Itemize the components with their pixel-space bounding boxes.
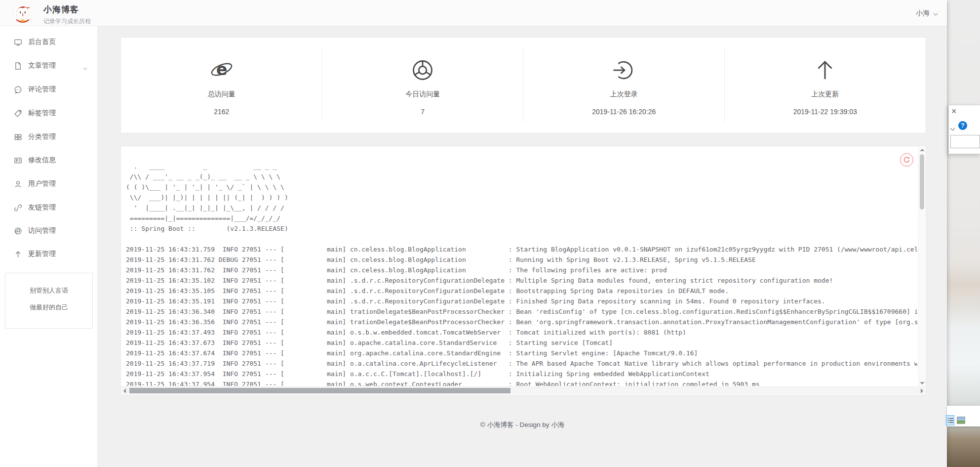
avatar	[13, 4, 32, 23]
log-lines: 2019-11-25 16:43:31.759 INFO 27051 --- […	[126, 244, 917, 386]
horizontal-scrollbar[interactable]	[121, 386, 925, 394]
stats-panel: e 总访问量 2162 今日访问量 7	[120, 37, 926, 133]
stat-value: 2019-11-22 19:39:03	[725, 108, 926, 116]
sidebar-item-articles[interactable]: 文章管理	[0, 54, 97, 78]
sidebar-item-label: 后台首页	[28, 38, 56, 46]
log-content: . ____ _ __ _ _ /\\ / ___'_ __ _ _(_)_ _…	[126, 161, 917, 386]
stat-card-last-update: 上次更新 2019-11-22 19:39:03	[725, 38, 926, 133]
sidebar-item-links[interactable]: 友链管理	[0, 196, 97, 219]
stat-card-total-visits: e 总访问量 2162	[121, 38, 322, 133]
browser-page: 小海博客 记录学习成长历程 小海 后台首页	[0, 0, 947, 467]
sidebar: 后台首页 文章管理 评论管理	[0, 26, 98, 467]
globe-icon	[14, 227, 22, 235]
user-name: 小海	[916, 9, 930, 18]
stat-card-last-login: 上次登录 2019-11-26 16:20:26	[523, 38, 725, 133]
app-title: 小海博客	[43, 4, 91, 15]
app-header: 小海博客 记录学习成长历程 小海	[0, 0, 947, 26]
svg-text:e: e	[216, 60, 227, 79]
quote-line-1: 别管别人言语	[5, 286, 92, 295]
stat-label: 今日访问量	[322, 90, 524, 99]
page-footer: © 小海博客 - Design by 小海	[98, 421, 947, 429]
stat-label: 总访问量	[121, 90, 322, 99]
grid-icon	[14, 133, 22, 141]
sidebar-item-label: 分类管理	[28, 132, 56, 141]
ie-browser-icon: e	[210, 58, 234, 82]
close-icon[interactable]: ×	[951, 106, 957, 116]
comment-icon	[14, 85, 22, 94]
image-view-button[interactable]	[957, 417, 965, 424]
sidebar-item-dashboard[interactable]: 后台首页	[0, 30, 97, 54]
chevron-down-icon	[83, 64, 87, 72]
refresh-button[interactable]	[900, 153, 913, 167]
document-icon	[14, 62, 22, 70]
sidebar-item-visits[interactable]: 访问管理	[0, 219, 97, 243]
chevron-down-icon[interactable]	[950, 124, 955, 133]
stat-card-today-visits: 今日访问量 7	[322, 38, 524, 133]
scroll-down-arrow[interactable]	[920, 382, 925, 384]
user-dropdown[interactable]: 小海	[916, 0, 938, 26]
vertical-scrollbar-thumb[interactable]	[920, 154, 924, 210]
user-icon	[14, 180, 22, 188]
sidebar-item-label: 友链管理	[28, 203, 56, 212]
log-console: . ____ _ __ _ _ /\\ / ___'_ __ _ _(_)_ _…	[120, 146, 926, 395]
id-card-icon	[14, 156, 22, 165]
desktop-popup: × ?	[948, 105, 980, 154]
quote-line-2: 做最好的自己	[5, 303, 92, 312]
desktop-wallpaper	[947, 0, 980, 467]
quote-box: 别管别人言语 做最好的自己	[5, 273, 93, 329]
sidebar-item-label: 评论管理	[28, 85, 56, 94]
scroll-right-arrow[interactable]	[921, 388, 923, 393]
list-view-button[interactable]	[946, 415, 954, 425]
spring-boot-banner: . ____ _ __ _ _ /\\ / ___'_ __ _ _(_)_ _…	[126, 161, 917, 234]
chrome-browser-icon	[411, 58, 434, 82]
title-block: 小海博客 记录学习成长历程	[43, 4, 91, 26]
help-icon[interactable]: ?	[958, 121, 967, 130]
sidebar-item-updates[interactable]: 更新管理	[0, 242, 97, 266]
explorer-view-bar	[947, 406, 980, 426]
stat-value: 2162	[121, 108, 322, 116]
vertical-scrollbar[interactable]	[918, 147, 925, 386]
popup-input[interactable]	[950, 135, 980, 148]
app-subtitle: 记录学习成长历程	[43, 17, 91, 26]
sidebar-item-label: 访问管理	[28, 226, 56, 235]
main-content: e 总访问量 2162 今日访问量 7	[98, 26, 947, 467]
sidebar-item-users[interactable]: 用户管理	[0, 172, 97, 196]
sidebar-item-label: 用户管理	[28, 179, 56, 188]
stat-label: 上次更新	[725, 90, 926, 99]
chevron-down-icon	[933, 9, 938, 17]
sidebar-item-label: 标签管理	[28, 109, 56, 118]
arrow-up-icon	[813, 58, 837, 82]
stat-value: 2019-11-26 16:20:26	[523, 108, 725, 116]
sidebar-item-label: 更新管理	[28, 250, 56, 258]
scroll-left-arrow[interactable]	[123, 388, 126, 393]
sidebar-item-comments[interactable]: 评论管理	[0, 78, 97, 101]
screen: 小海博客 记录学习成长历程 小海 后台首页	[0, 0, 980, 467]
sidebar-item-label: 文章管理	[28, 61, 56, 70]
sidebar-item-profile[interactable]: 修改信息	[0, 148, 97, 172]
stat-value: 7	[322, 108, 524, 116]
arrow-up-icon	[14, 250, 22, 258]
horizontal-scrollbar-thumb[interactable]	[129, 388, 510, 393]
sidebar-item-tags[interactable]: 标签管理	[0, 101, 97, 125]
login-icon	[612, 58, 636, 82]
tag-icon	[14, 109, 22, 118]
sidebar-item-categories[interactable]: 分类管理	[0, 125, 97, 149]
stat-label: 上次登录	[523, 90, 725, 99]
monitor-icon	[14, 38, 22, 46]
scroll-up-arrow[interactable]	[920, 149, 925, 151]
link-icon	[14, 204, 22, 212]
sidebar-item-label: 修改信息	[28, 156, 56, 165]
